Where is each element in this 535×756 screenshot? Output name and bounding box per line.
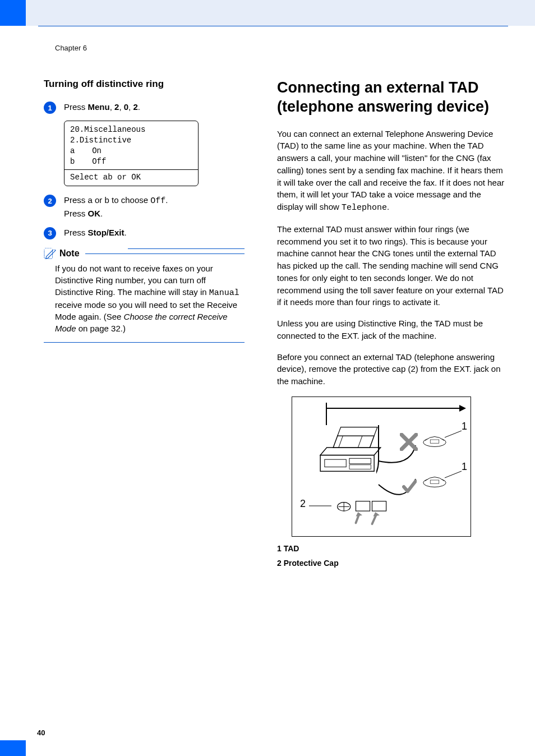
left-heading: Turning off distinctive ring (44, 79, 245, 90)
note-title: Note (59, 248, 80, 259)
lcd-on: On (92, 146, 102, 155)
text: . (138, 102, 140, 112)
callout-1a: 1 (462, 421, 467, 432)
lcd-display: 20.Miscellaneous 2.Distinctive a On b Of… (64, 121, 199, 186)
text: . (124, 228, 127, 237)
left-column: Turning off distinctive ring 1 Press Men… (44, 79, 245, 571)
kw: Stop/Exit (88, 228, 124, 237)
page-number: 40 (37, 729, 45, 737)
tad-bottom-icon (421, 472, 448, 488)
lcd-line-3: a On (70, 146, 192, 156)
text: on page 32.) (76, 324, 126, 333)
text: Press (64, 195, 88, 205)
svg-rect-4 (320, 455, 374, 471)
svg-marker-26 (356, 512, 363, 517)
right-column: Connecting an external TAD (telephone an… (277, 79, 508, 571)
chapter-label: Chapter 6 (55, 44, 87, 52)
text: If you do not want to receive faxes on y… (55, 264, 213, 297)
svg-rect-22 (372, 501, 386, 510)
step-badge-1: 1 (44, 102, 56, 114)
step-badge-3: 3 (44, 227, 56, 239)
kw: 2 (133, 102, 137, 112)
diagram-legend: 1 TAD 2 Protective Cap (277, 541, 508, 571)
mono-text: Telephone (342, 203, 387, 213)
text: You can connect an external Telephone An… (277, 129, 504, 212)
blue-corner-tab (0, 0, 26, 26)
text: Press (64, 228, 88, 237)
legend-row-1: 1 TAD (277, 541, 508, 556)
step-3-body: Press Stop/Exit. (64, 227, 127, 239)
note-title-row: Note (44, 248, 245, 259)
kw: OK (88, 209, 101, 218)
callout-2: 2 (300, 498, 306, 510)
svg-marker-27 (373, 512, 380, 517)
header-rule (38, 26, 508, 26)
header-band (26, 0, 535, 26)
svg-line-17 (445, 431, 462, 437)
step-badge-2: 2 (44, 195, 56, 207)
text: Press (64, 209, 88, 218)
paragraph-2: The external TAD must answer within four… (277, 223, 508, 308)
connection-diagram: 1 1 (292, 397, 471, 537)
svg-line-20 (445, 471, 462, 478)
down-arrow-icon: b (105, 195, 109, 205)
check-icon (402, 479, 417, 494)
step-1-body: Press Menu, 2, 0, 2. (64, 101, 140, 113)
up-arrow-icon: a (88, 195, 93, 205)
text: or (93, 195, 105, 205)
text: , (110, 102, 114, 112)
paragraph-4: Before you connect an external TAD (tele… (277, 351, 508, 388)
svg-marker-8 (320, 448, 381, 455)
lcd-line-2: 2.Distinctive (70, 135, 192, 146)
right-heading: Connecting an external TAD (telephone an… (277, 79, 508, 117)
protective-cap-icon (330, 497, 398, 529)
legend-row-2: 2 Protective Cap (277, 556, 508, 571)
text: . (165, 195, 168, 205)
step-2: 2 Press a or b to choose Off. Press OK. (44, 194, 245, 220)
lcd-line-1: 20.Miscellaneous (70, 125, 192, 135)
step-2-body: Press a or b to choose Off. Press OK. (64, 194, 168, 220)
text: , (119, 102, 123, 112)
note-pencil-icon (44, 248, 56, 259)
machine-icon (317, 422, 382, 476)
svg-rect-0 (44, 248, 53, 259)
lcd-footer: Select ab or OK (70, 172, 192, 183)
cross-icon (400, 433, 418, 451)
svg-marker-2 (459, 405, 466, 412)
paragraph-1: You can connect an external Telephone An… (277, 128, 508, 214)
kw: Menu (88, 102, 110, 112)
text: Press (64, 102, 88, 112)
outgoing-line-arrow-icon (326, 403, 466, 414)
paragraph-3: Unless you are using Distinctive Ring, t… (277, 317, 508, 342)
text: or OK (113, 173, 141, 182)
blue-bottom-tab (0, 740, 26, 756)
svg-marker-10 (338, 427, 377, 435)
callout-1b: 1 (462, 461, 467, 473)
kw: 0 (124, 102, 128, 112)
svg-rect-21 (356, 501, 370, 510)
text: Select (70, 173, 103, 182)
leader-line-icon (309, 504, 331, 508)
text: . (100, 209, 103, 218)
step-1: 1 Press Menu, 2, 0, 2. (44, 101, 245, 114)
mono-text: Manual (209, 288, 239, 298)
lcd-line-4: b Off (70, 156, 192, 167)
mono-text: Off (150, 196, 165, 206)
text: to choose (109, 195, 150, 205)
lcd-off: Off (92, 157, 106, 166)
step-3: 3 Press Stop/Exit. (44, 227, 245, 239)
lcd-divider (64, 169, 198, 170)
note-block: Note If you do not want to receive faxes… (44, 248, 245, 343)
tad-top-icon (421, 432, 448, 448)
text: . (387, 202, 389, 211)
note-text: If you do not want to receive faxes on y… (44, 262, 245, 334)
